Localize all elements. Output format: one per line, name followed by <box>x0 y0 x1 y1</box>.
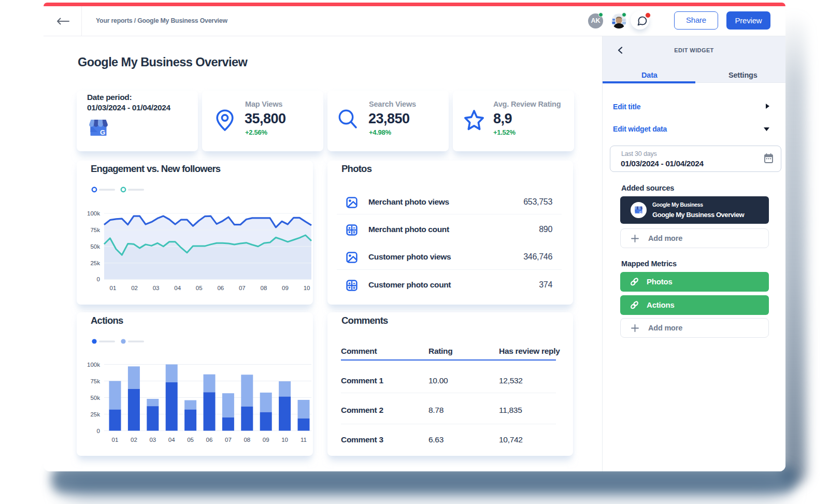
svg-text:25k: 25k <box>90 260 100 266</box>
svg-text:10: 10 <box>304 285 310 291</box>
svg-text:0: 0 <box>97 428 100 434</box>
svg-text:03: 03 <box>149 437 156 443</box>
svg-text:08: 08 <box>261 285 267 291</box>
svg-text:04: 04 <box>174 285 181 291</box>
svg-text:0: 0 <box>97 276 100 282</box>
svg-text:100k: 100k <box>87 210 100 217</box>
svg-text:04: 04 <box>168 437 175 443</box>
svg-text:02: 02 <box>131 285 138 291</box>
svg-text:75k: 75k <box>90 227 100 233</box>
svg-text:11: 11 <box>301 437 307 443</box>
svg-text:50k: 50k <box>90 243 100 250</box>
svg-text:50k: 50k <box>90 395 100 401</box>
svg-text:07: 07 <box>239 285 246 291</box>
svg-text:06: 06 <box>206 437 213 443</box>
svg-text:05: 05 <box>187 437 194 443</box>
svg-text:100k: 100k <box>87 362 100 368</box>
svg-text:G: G <box>639 211 642 214</box>
svg-text:03: 03 <box>153 285 160 291</box>
svg-text:09: 09 <box>282 285 289 291</box>
svg-text:01: 01 <box>112 437 119 443</box>
svg-text:06: 06 <box>217 285 224 291</box>
svg-text:25k: 25k <box>90 411 100 417</box>
svg-text:08: 08 <box>244 437 250 443</box>
svg-text:G: G <box>100 128 105 136</box>
svg-text:10: 10 <box>281 437 288 443</box>
svg-text:07: 07 <box>225 437 232 443</box>
svg-text:75k: 75k <box>90 378 100 384</box>
svg-text:01: 01 <box>110 285 117 291</box>
svg-text:05: 05 <box>196 285 203 291</box>
svg-text:09: 09 <box>263 437 269 443</box>
svg-text:02: 02 <box>131 437 137 443</box>
